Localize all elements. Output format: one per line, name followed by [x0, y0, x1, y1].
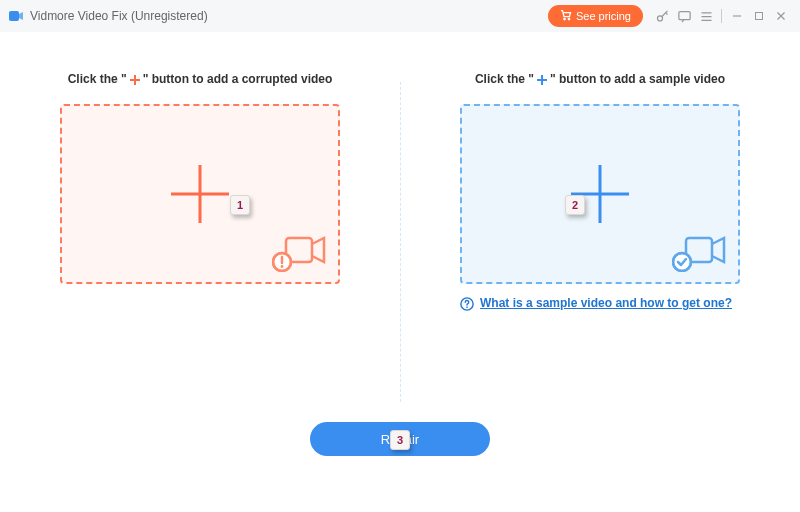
video-check-icon [672, 232, 726, 272]
video-error-icon [272, 232, 326, 272]
svg-point-9 [281, 265, 284, 268]
plus-icon [565, 159, 635, 229]
sample-help-row: What is a sample video and how to get on… [460, 296, 740, 312]
feedback-icon[interactable] [673, 5, 695, 27]
main-area: Click the "" button to add a corrupted v… [0, 32, 800, 512]
help-icon [460, 297, 474, 311]
svg-rect-0 [9, 11, 19, 21]
step-badge-1: 1 [230, 195, 250, 215]
see-pricing-button[interactable]: See pricing [548, 5, 643, 27]
svg-point-1 [564, 18, 566, 20]
svg-rect-5 [756, 13, 763, 20]
key-icon[interactable] [651, 5, 673, 27]
plus-icon [165, 159, 235, 229]
maximize-button[interactable] [748, 5, 770, 27]
app-title: Vidmore Video Fix (Unregistered) [30, 9, 208, 23]
minimize-button[interactable] [726, 5, 748, 27]
svg-point-14 [466, 306, 468, 308]
add-sample-dropzone[interactable] [460, 104, 740, 284]
sample-pane: Click the "" button to add a sample vide… [400, 32, 800, 422]
menu-icon[interactable] [695, 5, 717, 27]
plus-icon [129, 74, 141, 86]
vertical-divider [400, 82, 401, 402]
cart-icon [560, 9, 572, 23]
corrupted-pane: Click the "" button to add a corrupted v… [0, 32, 400, 422]
corrupted-label: Click the "" button to add a corrupted v… [68, 72, 333, 86]
svg-rect-4 [678, 11, 689, 19]
step-badge-3: 3 [390, 430, 410, 450]
close-button[interactable] [770, 5, 792, 27]
titlebar-separator [721, 9, 722, 23]
sample-label: Click the "" button to add a sample vide… [475, 72, 725, 86]
svg-point-3 [657, 15, 662, 20]
titlebar: Vidmore Video Fix (Unregistered) See pri… [0, 0, 800, 32]
add-corrupted-dropzone[interactable] [60, 104, 340, 284]
sample-help-link[interactable]: What is a sample video and how to get on… [480, 296, 732, 312]
svg-point-2 [568, 18, 570, 20]
app-logo-icon [8, 8, 24, 24]
plus-icon [536, 74, 548, 86]
step-badge-2: 2 [565, 195, 585, 215]
